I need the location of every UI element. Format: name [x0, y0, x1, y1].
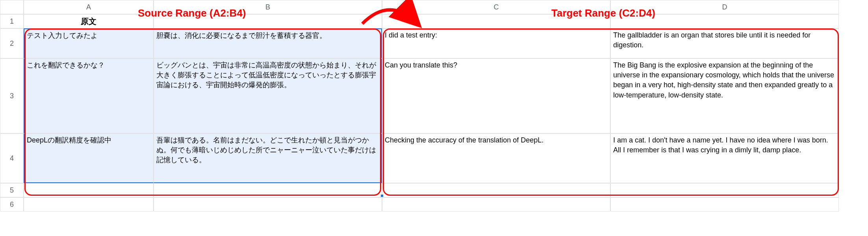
cell-B1[interactable]	[154, 14, 382, 28]
row-header-5[interactable]: 5	[0, 183, 24, 197]
col-header-A[interactable]: A	[24, 0, 154, 14]
cell-C3[interactable]: Can you translate this?	[382, 58, 610, 133]
corner-cell[interactable]	[0, 0, 24, 14]
cell-B3[interactable]: ビッグバンとは、宇宙は非常に高温高密度の状態から始まり、それが大きく膨張すること…	[154, 58, 382, 133]
cell-A2[interactable]: テスト入力してみたよ	[24, 28, 154, 58]
cell-D3[interactable]: The Big Bang is the explosive expansion …	[610, 58, 839, 133]
cell-A3[interactable]: これを翻訳できるかな？	[24, 58, 154, 133]
cell-A5[interactable]	[24, 183, 154, 197]
row-header-6[interactable]: 6	[0, 197, 24, 212]
cell-B6[interactable]	[154, 197, 382, 212]
row-header-1[interactable]: 1	[0, 14, 24, 28]
cell-A4[interactable]: DeepLの翻訳精度を確認中	[24, 133, 154, 183]
cell-D6[interactable]	[610, 197, 839, 212]
row-header-2[interactable]: 2	[0, 28, 24, 58]
cell-C6[interactable]	[382, 197, 610, 212]
cell-C2[interactable]: I did a test entry:	[382, 28, 610, 58]
selection-handle[interactable]	[380, 194, 384, 197]
cell-B2[interactable]: 胆嚢は、消化に必要になるまで胆汁を蓄積する器官。	[154, 28, 382, 58]
cell-D4[interactable]: I am a cat. I don't have a name yet. I h…	[610, 133, 839, 183]
col-header-B[interactable]: B	[154, 0, 382, 14]
row-header-4[interactable]: 4	[0, 133, 24, 183]
cell-C4[interactable]: Checking the accuracy of the translation…	[382, 133, 610, 183]
cell-C1[interactable]	[382, 14, 610, 28]
spreadsheet-grid[interactable]: A B C D 1 原文 2 テスト入力してみたよ 胆嚢は、消化に必要になるまで…	[0, 0, 868, 212]
row-header-3[interactable]: 3	[0, 58, 24, 133]
cell-D1[interactable]	[610, 14, 839, 28]
cell-A1[interactable]: 原文	[24, 14, 154, 28]
col-header-C[interactable]: C	[382, 0, 610, 14]
cell-D5[interactable]	[610, 183, 839, 197]
cell-A6[interactable]	[24, 197, 154, 212]
col-header-D[interactable]: D	[610, 0, 839, 14]
cell-B4[interactable]: 吾輩は猫である。名前はまだない。どこで生れたか頓と見当がつかぬ。何でも薄暗いじめ…	[154, 133, 382, 183]
cell-D2[interactable]: The gallbladder is an organ that stores …	[610, 28, 839, 58]
cell-C5[interactable]	[382, 183, 610, 197]
cell-B5[interactable]	[154, 183, 382, 197]
